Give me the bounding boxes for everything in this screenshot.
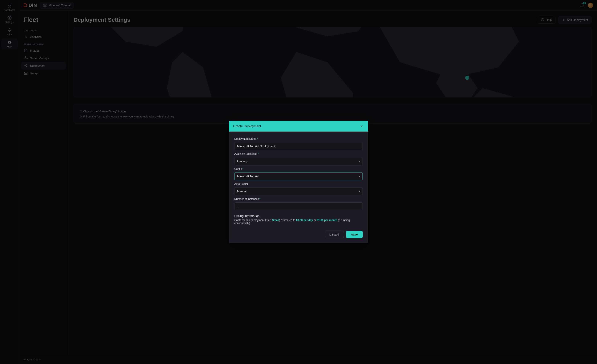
modal-close-button[interactable] (359, 124, 364, 129)
modal-overlay[interactable]: Create Deployment Deployment Name* Avail… (0, 0, 597, 364)
pricing-information: Pricing information Costs for this deplo… (234, 214, 363, 225)
close-icon (360, 124, 363, 128)
create-deployment-modal: Create Deployment Deployment Name* Avail… (229, 121, 368, 243)
select-config[interactable]: Minecraft Tutorial (234, 172, 363, 180)
label-deployment-name: Deployment Name* (234, 137, 363, 140)
discard-button[interactable]: Discard (325, 231, 344, 238)
save-button[interactable]: Save (346, 231, 363, 238)
select-auto-scaler[interactable]: Manual (234, 187, 363, 195)
modal-title: Create Deployment (233, 124, 261, 128)
pricing-heading: Pricing information (234, 214, 363, 218)
select-available-locations[interactable]: Limburg (234, 157, 363, 165)
input-deployment-name[interactable] (234, 142, 363, 150)
input-number-of-instances[interactable] (234, 202, 363, 210)
label-config: Config* (234, 167, 363, 170)
label-auto-scaler: Auto Scaler (234, 182, 363, 186)
label-number-of-instances: Number of Instances* (234, 197, 363, 201)
label-available-locations: Available Locations* (234, 152, 363, 155)
